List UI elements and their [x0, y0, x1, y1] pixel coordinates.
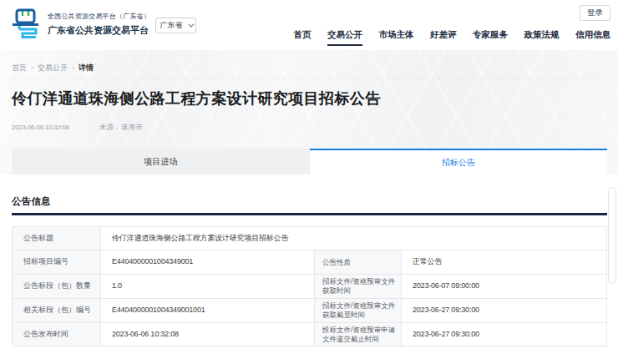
platform-logo-icon [12, 8, 40, 41]
table-row: 公告标段（包）数量 1.0 招标文件/资格预审文件获取时间 2023-06-07… [13, 275, 607, 299]
chevron-down-icon [188, 22, 194, 28]
breadcrumb-home[interactable]: 首页 [12, 63, 27, 72]
brand: 全国公共资源交易平台（广东省） 广东省公共资源交易平台 [12, 8, 150, 41]
breadcrumb-current: 详情 [79, 63, 94, 72]
breadcrumb: 首页›交易公开›详情 [12, 50, 606, 73]
breadcrumb-section[interactable]: 交易公开 [38, 63, 68, 72]
page-title: 伶仃洋通道珠海侧公路工程方案设计研究项目招标公告 [12, 88, 606, 109]
section-rule [12, 213, 607, 215]
nav-expert-service[interactable]: 专家服务 [473, 29, 508, 46]
announcement-table: 公告标题 伶仃洋通道珠海侧公路工程方案设计研究项目招标公告 招标项目编号 E44… [12, 226, 607, 347]
section-title: 公告信息 [12, 174, 607, 208]
page-hero: 首页›交易公开›详情 伶仃洋通道珠海侧公路工程方案设计研究项目招标公告 2023… [0, 50, 618, 174]
announcement-content: 公告信息 公告标题 伶仃洋通道珠海侧公路工程方案设计研究项目招标公告 招标项目编… [0, 174, 618, 346]
table-row: 公告发布时间 2023-06-06 10:32:08 投标文件/资格预审申请文件… [13, 322, 607, 346]
nav-trade-public[interactable]: 交易公开 [327, 29, 362, 46]
detail-tabs: 项目进场 招标公告 [12, 149, 607, 174]
tab-tender-notice[interactable]: 招标公告 [310, 149, 608, 174]
article-meta: 2023-06-06 10:32:08 来源：珠海市 [12, 123, 606, 133]
nav-market-subject[interactable]: 市场主体 [379, 29, 414, 46]
tab-project-entry[interactable]: 项目进场 [12, 149, 310, 174]
platform-main-title: 广东省公共资源交易平台 [48, 24, 150, 37]
nav-policy[interactable]: 政策法规 [524, 29, 560, 46]
scrollbar-thumb[interactable] [608, 187, 616, 284]
table-row: 相关标段（包）编号 E4404000001004349001001 招标文件/资… [13, 298, 607, 322]
publish-time: 2023-06-06 10:32:08 [12, 124, 69, 131]
site-header: 全国公共资源交易平台（广东省） 广东省公共资源交易平台 广东省 登录 首页 交易… [0, 0, 618, 50]
main-nav: 首页 交易公开 市场主体 好差评 专家服务 政策法规 信用信息 [294, 29, 611, 46]
login-button[interactable]: 登录 [580, 5, 610, 21]
region-selector[interactable]: 广东省 [155, 18, 196, 33]
platform-small-title: 全国公共资源交易平台（广东省） [48, 12, 150, 21]
dotted-divider [12, 78, 606, 78]
nav-credit[interactable]: 信用信息 [575, 29, 610, 46]
table-row: 招标项目编号 E4404000001004349001 公告性质 正常公告 [13, 250, 607, 275]
nav-review[interactable]: 好差评 [430, 29, 457, 46]
table-row: 公告标题 伶仃洋通道珠海侧公路工程方案设计研究项目招标公告 [13, 226, 607, 250]
source: 来源：珠海市 [99, 123, 143, 131]
nav-home[interactable]: 首页 [294, 29, 312, 46]
